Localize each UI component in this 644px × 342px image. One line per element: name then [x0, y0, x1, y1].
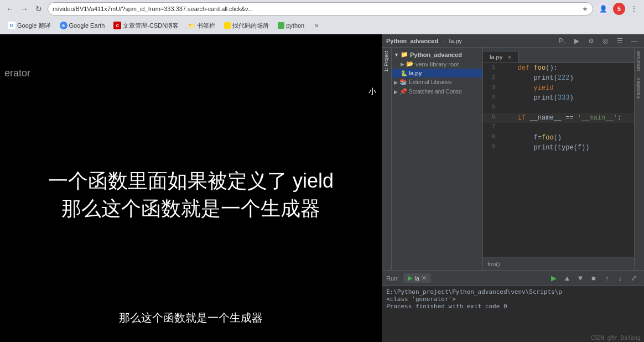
code-line: 7 — [483, 123, 634, 133]
editor-tab-lapy[interactable]: la.py ✕ — [483, 51, 519, 63]
line-num: 7 — [483, 123, 500, 133]
folder-icon: 📁 — [401, 51, 408, 58]
line-num: 6 — [483, 113, 500, 123]
ide-project-icon[interactable]: P.. — [557, 35, 568, 46]
tree-item-scratches[interactable]: ▶ 📌 Scratches and Conso — [392, 87, 482, 96]
bookmark-label: Google Earth — [69, 22, 105, 29]
ide-menu-icon[interactable]: ☰ — [614, 35, 625, 46]
run-finished-line: Process finished with exit code 0 — [386, 303, 640, 310]
ide-search-icon[interactable]: ◎ — [600, 35, 611, 46]
line-num: 9 — [483, 143, 500, 153]
tree-label: Python_advanced — [410, 51, 462, 58]
ide-minimize-icon[interactable]: — — [629, 35, 640, 46]
editor-tabs: la.py ✕ — [483, 48, 634, 63]
tree-item-root[interactable]: ▼ 📁 Python_advanced — [392, 50, 482, 59]
right-side-tabs: Structure Favorites — [634, 48, 644, 270]
tree-label: venv library root — [416, 61, 459, 68]
code-cell: print(type(f)) — [500, 143, 634, 153]
bookmark-label: Google 翻译 — [17, 22, 51, 30]
run-path-line: E:\Python_project\Python_advanced\venv\S… — [386, 288, 640, 296]
favorites-side-tab[interactable]: Favorites — [635, 75, 644, 102]
profile-btn[interactable]: 👤 — [596, 2, 610, 15]
tree-label: Scratches and Conso — [409, 89, 462, 95]
menu-icon[interactable]: ⋮ — [629, 3, 640, 14]
video-title-overlay: erator — [0, 68, 30, 79]
google-favicon: G — [8, 22, 15, 29]
run-output: E:\Python_project\Python_advanced\venv\S… — [382, 286, 644, 342]
main-area: erator 小 一个函数里面如果被定义了 yield 那么这个函数就是一个生成… — [0, 34, 644, 342]
findcode-favicon — [224, 22, 231, 29]
run-down-btn[interactable]: ▼ — [574, 272, 586, 284]
video-text-line2: 那么这个函数就是一个生成器 — [11, 195, 371, 222]
bookmark-python[interactable]: python — [274, 21, 308, 30]
run-controls: ▶ ▲ ▼ ■ ↑ ↓ ⤢ — [548, 272, 640, 284]
nav-back[interactable]: ← — [4, 3, 15, 14]
bookmark-csdn[interactable]: C 文章管理-CSDN博客 — [110, 20, 182, 31]
video-main-text: 一个函数里面如果被定义了 yield 那么这个函数就是一个生成器 — [0, 167, 382, 223]
run-up2-btn[interactable]: ↑ — [601, 272, 613, 284]
line-num: 8 — [483, 133, 500, 143]
bookmark-label: 找代码的场所 — [232, 22, 269, 30]
file-icon: 🐍 — [401, 70, 407, 76]
ide-run-config-icon[interactable]: ▶ — [571, 35, 582, 46]
ide-settings-icon[interactable]: ⚙ — [585, 35, 596, 46]
tree-arrow-icon: ▼ — [394, 52, 399, 58]
ide-titlebar: Python_advanced › la.py P.. ▶ ⚙ ◎ ☰ — — [382, 34, 644, 48]
tree-item-venv[interactable]: ▶ 📂 venv library root — [392, 59, 482, 69]
bookmarks-bar: G Google 翻译 ⊕ Google Earth C 文章管理-CSDN博客… — [0, 18, 644, 33]
run-close-icon[interactable]: ✕ — [422, 274, 427, 282]
tree-item-ext-libs[interactable]: ▶ 📚 External Libraries — [392, 77, 482, 87]
bookmark-label: 文章管理-CSDN博客 — [123, 22, 179, 30]
code-line: 9 print(type(f)) — [483, 143, 634, 153]
run-play-btn[interactable]: ▶ — [548, 272, 560, 284]
tree-label: la.py — [409, 70, 422, 76]
run-down2-btn[interactable]: ↓ — [614, 272, 626, 284]
code-line: 5 — [483, 103, 634, 113]
run-icon: ▶ — [408, 274, 412, 282]
code-cell — [500, 103, 634, 113]
bookmark-bookmarks[interactable]: 📁 书签栏 — [184, 20, 219, 31]
bookmark-findcode[interactable]: 找代码的场所 — [221, 20, 272, 31]
run-credit: CSDN @Mr DaYang — [591, 335, 641, 341]
tree-arrow-icon: ▶ — [394, 89, 398, 95]
tab-close-icon[interactable]: ✕ — [507, 54, 512, 60]
run-stop-btn[interactable]: ■ — [588, 272, 600, 284]
code-cell — [500, 123, 634, 133]
ide-separator: › — [443, 38, 445, 44]
run-up-btn[interactable]: ▲ — [561, 272, 573, 284]
tree-item-lapy[interactable]: 🐍 la.py — [392, 69, 482, 77]
code-cell: if __name__ == '__main__': — [500, 113, 634, 123]
star-icon[interactable]: ★ — [582, 5, 588, 13]
scratch-icon: 📌 — [399, 88, 407, 95]
address-bar[interactable]: m/video/BV1Va411x7mU/?spm_id_from=333.33… — [48, 2, 593, 15]
browser-chrome: ← → ↻ m/video/BV1Va411x7mU/?spm_id_from=… — [0, 0, 644, 34]
tree-label: External Libraries — [409, 79, 452, 85]
status-function: foo() — [487, 261, 500, 267]
nav-refresh[interactable]: ↻ — [33, 3, 44, 14]
editor-content[interactable]: 1 def foo(): 2 print(222) 3 yield — [483, 63, 634, 257]
tree-arrow-icon: ▶ — [394, 80, 398, 85]
structure-side-tab[interactable]: Structure — [635, 48, 644, 75]
address-bar-row: ← → ↻ m/video/BV1Va411x7mU/?spm_id_from=… — [0, 0, 644, 18]
code-cell: f=foo() — [500, 133, 634, 143]
code-line: 2 print(222) — [483, 73, 634, 83]
run-class-line: <class 'generator'> — [386, 296, 640, 303]
bookmark-google-earth[interactable]: ⊕ Google Earth — [56, 20, 108, 30]
project-panel: ▼ 📁 Python_advanced ▶ 📂 venv library roo… — [392, 48, 483, 270]
python-favicon — [278, 22, 284, 29]
run-tab[interactable]: ▶ la ✕ — [403, 273, 431, 283]
run-expand-btn[interactable]: ⤢ — [627, 272, 640, 284]
csdn-favicon: C — [113, 22, 121, 29]
bookmark-more-icon[interactable]: » — [311, 20, 322, 31]
video-subtitle-small: 小 — [368, 87, 376, 97]
line-num: 2 — [483, 73, 500, 83]
ide-panels: 1: Project ▼ 📁 Python_advanced ▶ 📂 v — [382, 48, 644, 270]
tree-arrow-icon: ▶ — [401, 61, 404, 67]
nav-forward[interactable]: → — [19, 3, 30, 14]
bookmark-google-translate[interactable]: G Google 翻译 — [4, 20, 54, 31]
ide-area: Python_advanced › la.py P.. ▶ ⚙ ◎ ☰ — 1:… — [382, 34, 644, 342]
extension-icon[interactable]: 5 — [613, 3, 625, 15]
ide-toolbar-icons: P.. ▶ ⚙ ◎ ☰ — — [557, 35, 640, 46]
earth-favicon: ⊕ — [60, 22, 67, 29]
project-side-tab[interactable]: 1: Project — [382, 48, 391, 75]
